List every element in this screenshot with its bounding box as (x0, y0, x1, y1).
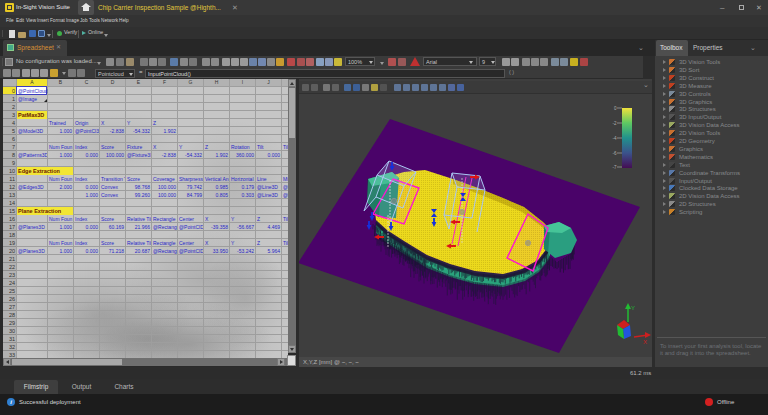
svg-text:Y: Y (631, 305, 635, 311)
svg-text:X: X (643, 339, 647, 345)
svg-text:-7: -7 (612, 165, 616, 170)
svg-text:-4: -4 (612, 136, 616, 141)
svg-text:-2: -2 (612, 121, 616, 126)
svg-text:-6: -6 (612, 151, 616, 156)
